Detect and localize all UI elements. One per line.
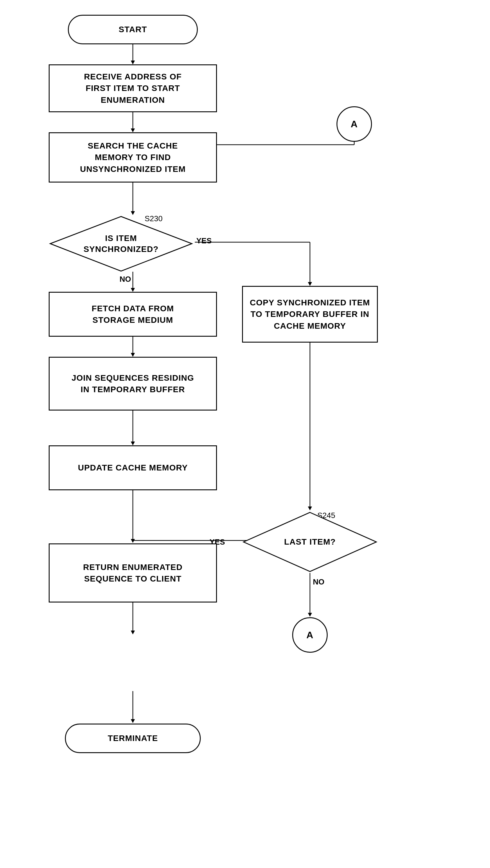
svg-marker-12 [131, 353, 135, 357]
svg-marker-16 [131, 539, 135, 543]
s245-node: LAST ITEM? [242, 511, 378, 573]
s280-node: RETURN ENUMERATED SEQUENCE TO CLIENT [49, 544, 217, 602]
s260-node: JOIN SEQUENCES RESIDING IN TEMPORARY BUF… [49, 357, 217, 410]
start-label: START [119, 25, 147, 34]
s220-text: SEARCH THE CACHE MEMORY TO FIND UNSYNCHR… [80, 140, 186, 175]
start-node: START [68, 15, 198, 44]
s210-node: RECEIVE ADDRESS OF FIRST ITEM TO START E… [49, 64, 217, 112]
s270-node: UPDATE CACHE MEMORY [49, 445, 217, 490]
s230-yes-label: YES [196, 236, 211, 245]
connector-a-top: A [336, 106, 372, 142]
s280-text: RETURN ENUMERATED SEQUENCE TO CLIENT [83, 561, 183, 585]
svg-marker-25 [308, 613, 312, 617]
s230-text: IS ITEM SYNCHRONIZED? [84, 233, 159, 255]
s260-text: JOIN SEQUENCES RESIDING IN TEMPORARY BUF… [71, 372, 194, 395]
svg-marker-1 [131, 61, 135, 64]
s230-node: IS ITEM SYNCHRONIZED? [49, 215, 193, 273]
svg-marker-5 [131, 211, 135, 215]
svg-marker-8 [308, 282, 312, 286]
connector-a-bottom: A [292, 617, 328, 653]
svg-marker-3 [131, 128, 135, 132]
s245-no-label: NO [313, 578, 324, 587]
svg-marker-21 [131, 630, 135, 634]
s210-text: RECEIVE ADDRESS OF FIRST ITEM TO START E… [84, 71, 182, 106]
s240-text: COPY SYNCHRONIZED ITEM TO TEMPORARY BUFF… [250, 297, 370, 332]
svg-marker-23 [131, 719, 135, 723]
s230-no-label: NO [120, 275, 131, 284]
s220-node: SEARCH THE CACHE MEMORY TO FIND UNSYNCHR… [49, 132, 217, 183]
s270-text: UPDATE CACHE MEMORY [78, 462, 188, 473]
terminate-label: TERMINATE [108, 734, 158, 743]
svg-marker-18 [308, 506, 312, 510]
svg-marker-10 [131, 288, 135, 292]
s250-node: FETCH DATA FROM STORAGE MEDIUM [49, 292, 217, 337]
s250-text: FETCH DATA FROM STORAGE MEDIUM [92, 303, 174, 326]
terminate-node: TERMINATE [65, 723, 201, 753]
svg-marker-14 [131, 441, 135, 445]
s240-node: COPY SYNCHRONIZED ITEM TO TEMPORARY BUFF… [242, 286, 378, 343]
flowchart: START S210 RECEIVE ADDRESS OF FIRST ITEM… [0, 0, 490, 868]
s245-text: LAST ITEM? [284, 537, 336, 547]
